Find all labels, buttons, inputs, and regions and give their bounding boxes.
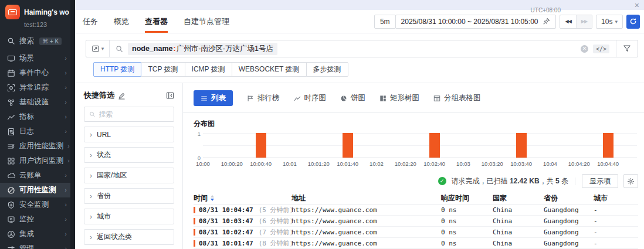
tab-icmp-probe[interactable]: ICMP 拨测 [185,62,232,77]
sidebar-item-label: 管理 [19,244,34,249]
cell-province: Guangdong [544,217,594,225]
table-row[interactable]: 08/31 10:04:47(5 分钟前) https://www.guance… [194,204,638,216]
collapse-panel-icon[interactable] [166,91,174,100]
close-icon[interactable]: × [635,1,639,9]
filter-group-country[interactable]: ›国家/地区 [84,168,174,183]
tab-tasks[interactable]: 任务 [83,10,98,33]
view-tab-list[interactable]: 列表 [194,90,233,106]
pie-chart-icon [340,95,347,102]
time-step-back-button[interactable]: ◀◀ [560,15,575,28]
workspace-switcher[interactable]: Haiming's work... [0,0,75,19]
table-row[interactable]: 08/31 10:02:47(7 分钟前) https://www.guance… [194,227,638,238]
filter-search-input[interactable] [99,110,169,118]
scenes-icon [7,54,15,63]
search-filter-token[interactable]: node_name:广州市-南沙区-万达广场1号店 [128,43,277,55]
sidebar-item-apm[interactable]: 应用性能监测› [0,139,75,154]
chevron-down-icon: ▾ [615,19,618,25]
pin-icon[interactable] [543,18,550,25]
view-tab-ranking[interactable]: 排行榜 [247,93,280,103]
sidebar-item-availability-monitoring[interactable]: 可用性监测› [0,183,75,197]
time-range-picker[interactable]: 2025/08/31 10:00:00 ~ 2025/08/31 10:05:0… [395,15,557,29]
sidebar-item-monitors[interactable]: 监控› [0,212,75,227]
sort-icon[interactable] [211,195,214,201]
search-bar[interactable]: ▾ node_name:广州市-南沙区-万达广场1号店 ✕ </> [86,40,638,57]
filter-group-url[interactable]: ›URL [84,127,174,142]
filter-group-return-status[interactable]: ›返回状态类 [84,229,174,245]
page-tabs: 任务 概览 查看器 自建节点管理 [83,10,229,33]
saved-view-selector[interactable]: ▾ [86,40,110,57]
display-items-button[interactable]: 显示项 [582,174,618,188]
tab-http-probe[interactable]: HTTP 拨测 [93,62,141,77]
table-row[interactable]: 08/31 10:03:47(6 分钟前) https://www.guance… [194,216,638,227]
search-icon [116,45,123,53]
bar[interactable] [343,133,353,158]
filter-group-status[interactable]: ›状态 [84,147,174,163]
sidebar-item-cloud-billing[interactable]: 云账单› [0,168,75,183]
cell-url[interactable]: https://www.guance.com [292,206,441,214]
sidebar-item-metrics[interactable]: 指标› [0,110,75,124]
column-header-address[interactable]: 地址 [292,193,441,203]
cell-province: Guangdong [544,240,594,247]
tab-websocket-probe[interactable]: WEBSOCKET 拨测 [232,62,307,77]
query-status-bar: ✓ 请求完成，已扫描 12.42 KB，共 5 条 显示项 [194,174,639,188]
integration-icon [7,230,15,238]
code-mode-icon[interactable]: </> [593,45,609,53]
bar[interactable] [603,133,614,158]
bar[interactable] [256,133,266,158]
sidebar-item-management[interactable]: 管理› [0,241,75,249]
column-header-province[interactable]: 省份 [544,193,594,203]
sidebar-item-infrastructure[interactable]: 基础设施› [0,95,75,110]
clear-search-icon[interactable]: ✕ [581,45,588,53]
sidebar-item-integrations[interactable]: 集成› [0,227,75,241]
row-status-marker [194,229,195,236]
cell-url[interactable]: https://www.guance.com [292,240,441,247]
sidebar-search[interactable]: 搜索 ⌘ + K [0,33,75,49]
sidebar-item-rum[interactable]: 用户访问监测› [0,154,75,168]
quick-range-button[interactable]: 5m [374,15,396,29]
sidebar-item-label: 集成 [19,229,34,239]
view-tab-pie[interactable]: 饼图 [340,93,365,103]
filter-group-city[interactable]: ›城市 [84,209,174,224]
refresh-interval-dropdown[interactable]: 10s ▾ [596,15,623,29]
sidebar-item-security-monitoring[interactable]: 安全监测› [0,197,75,212]
x-tick: 10:01 [283,161,297,167]
sidebar-item-logs[interactable]: 日志› [0,124,75,139]
cell-url[interactable]: https://www.guance.com [292,228,441,236]
sidebar-item-event-center[interactable]: 事件中心› [0,66,75,80]
column-header-city[interactable]: 城市 [594,193,638,203]
bar[interactable] [429,133,440,158]
column-header-response-time[interactable]: 响应时间 [441,193,493,203]
cell-url[interactable]: https://www.guance.com [292,217,441,225]
view-tab-grouped-table[interactable]: 分组表格图 [433,93,481,103]
filter-search-box[interactable] [84,107,174,122]
row-status-marker [194,240,195,247]
view-tab-timeseries[interactable]: 时序图 [294,93,327,103]
table-row[interactable]: 08/31 10:01:47(8 分钟前) https://www.guance… [194,238,638,249]
table-settings-button[interactable] [623,174,638,188]
time-step-forward-button[interactable]: ▶▶ [576,15,592,28]
filter-group-province[interactable]: ›省份 [84,188,174,204]
sidebar-item-label: 场景 [19,53,34,63]
tab-multistep-probe[interactable]: 多步拨测 [306,62,348,77]
tab-viewer[interactable]: 查看器 [145,10,168,33]
chevron-right-icon: › [90,213,92,221]
filter-funnel-icon[interactable] [616,40,638,57]
sidebar-item-label: 指标 [19,112,34,122]
edit-pencil-icon[interactable] [118,92,126,100]
view-tab-treemap[interactable]: 矩形树图 [379,93,419,103]
tab-overview[interactable]: 概览 [114,10,129,33]
x-tick: 10:04 [543,161,557,167]
cell-response: 0 ns [441,217,493,225]
sidebar-item-error-tracking[interactable]: 异常追踪› [0,80,75,95]
sidebar-item-scenes[interactable]: 场景› [0,51,75,66]
column-header-country[interactable]: 国家 [493,193,544,203]
cell-province: Guangdong [544,206,594,214]
sidebar: Haiming's work... test:123 搜索 ⌘ + K 场景› … [0,0,75,249]
cell-city: - [594,228,638,236]
tab-tcp-probe[interactable]: TCP 拨测 [141,62,185,77]
column-header-time[interactable]: 时间 [194,193,292,203]
tab-node-management[interactable]: 自建节点管理 [184,10,229,33]
refresh-button[interactable] [626,15,640,29]
row-status-marker [194,218,195,224]
bar[interactable] [516,133,527,158]
